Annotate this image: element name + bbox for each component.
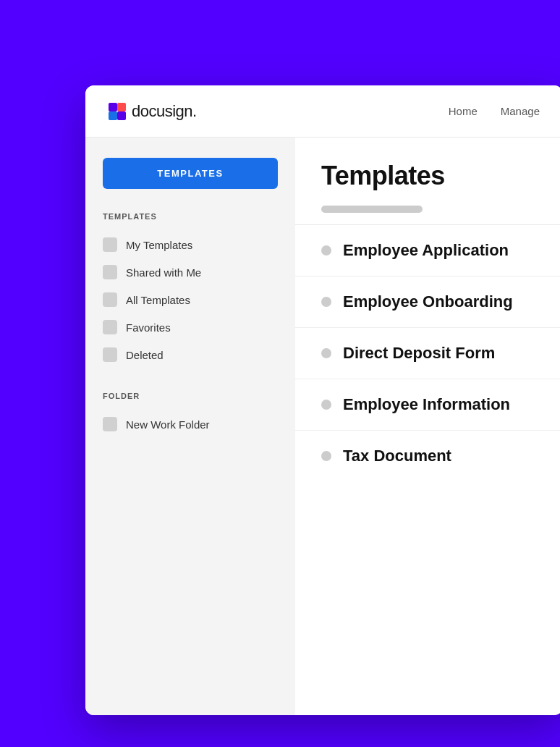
favorites-label: Favorites — [126, 321, 171, 334]
sidebar-item-deleted[interactable]: Deleted — [103, 341, 278, 368]
new-work-folder-icon — [103, 417, 117, 431]
logo-container: docusign. — [109, 102, 449, 121]
template-item-employee-application[interactable]: Employee Application — [295, 225, 560, 277]
docusign-logo-icon — [109, 103, 126, 120]
search-bar-container — [295, 206, 560, 225]
deleted-icon — [103, 347, 117, 362]
template-dot — [321, 348, 331, 358]
shared-with-me-label: Shared with Me — [126, 266, 201, 279]
content-area: Templates Employee Application Employee … — [295, 138, 560, 715]
sidebar-item-shared-with-me[interactable]: Shared with Me — [103, 258, 278, 286]
search-bar[interactable] — [321, 206, 423, 213]
template-item-employee-onboarding[interactable]: Employee Onboarding — [295, 277, 560, 328]
sidebar-item-all-templates[interactable]: All Templates — [103, 286, 278, 313]
template-name: Tax Document — [343, 447, 451, 465]
svg-rect-0 — [109, 103, 117, 111]
nav-manage[interactable]: Manage — [501, 105, 540, 117]
template-item-tax-document[interactable]: Tax Document — [295, 431, 560, 481]
template-item-direct-deposit-form[interactable]: Direct Deposit Form — [295, 328, 560, 379]
template-name: Employee Information — [343, 395, 510, 414]
template-list: Employee Application Employee Onboarding… — [295, 225, 560, 481]
deleted-label: Deleted — [126, 349, 164, 361]
sidebar-section-folder-title: FOLDER — [103, 392, 278, 400]
nav-links: Home Manage — [449, 105, 540, 117]
template-item-employee-information[interactable]: Employee Information — [295, 379, 560, 431]
sidebar: TEMPLATES TEMPLATES My Templates Shared … — [85, 138, 295, 715]
svg-rect-1 — [117, 103, 126, 111]
shared-with-me-icon — [103, 265, 117, 279]
sidebar-section-templates-title: TEMPLATES — [103, 212, 278, 221]
sidebar-item-new-work-folder[interactable]: New Work Folder — [103, 410, 278, 438]
app-container: docusign. Home Manage TEMPLATES TEMPLATE… — [85, 85, 560, 715]
templates-button[interactable]: TEMPLATES — [103, 158, 278, 189]
svg-rect-2 — [109, 111, 117, 120]
svg-rect-3 — [117, 111, 126, 120]
my-templates-label: My Templates — [126, 239, 192, 251]
header: docusign. Home Manage — [85, 85, 560, 138]
content-header: Templates — [295, 138, 560, 206]
sidebar-template-list: My Templates Shared with Me All Template… — [103, 231, 278, 368]
sidebar-item-my-templates[interactable]: My Templates — [103, 231, 278, 258]
all-templates-label: All Templates — [126, 294, 190, 306]
nav-home[interactable]: Home — [449, 105, 478, 117]
template-name: Direct Deposit Form — [343, 344, 495, 363]
page-title: Templates — [321, 161, 537, 191]
template-dot — [321, 451, 331, 461]
all-templates-icon — [103, 292, 117, 307]
new-work-folder-label: New Work Folder — [126, 418, 210, 431]
main-content: TEMPLATES TEMPLATES My Templates Shared … — [85, 138, 560, 715]
favorites-icon — [103, 320, 117, 334]
template-dot — [321, 400, 331, 410]
logo-text: docusign. — [132, 102, 197, 121]
template-dot — [321, 297, 331, 307]
sidebar-folder-list: New Work Folder — [103, 410, 278, 438]
sidebar-item-favorites[interactable]: Favorites — [103, 313, 278, 341]
template-name: Employee Application — [343, 241, 509, 260]
my-templates-icon — [103, 237, 117, 252]
template-dot — [321, 245, 331, 256]
template-name: Employee Onboarding — [343, 292, 513, 311]
